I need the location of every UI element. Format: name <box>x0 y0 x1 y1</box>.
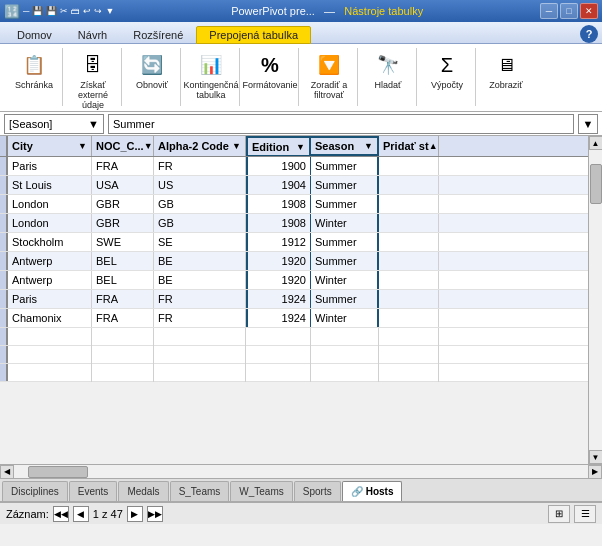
cell-edition-3: 1908 <box>246 214 311 232</box>
view-list-button[interactable]: ☰ <box>574 505 596 523</box>
table-row[interactable]: St Louis USA US 1904 Summer <box>0 176 588 195</box>
sheet-tab-disciplines[interactable]: Disciplines <box>2 481 68 501</box>
cell-alpha2-8: FR <box>154 309 246 327</box>
horizontal-scrollbar[interactable]: ◀ ▶ <box>0 464 602 478</box>
cell-city-3: London <box>8 214 92 232</box>
row-indicator-3 <box>0 214 8 232</box>
cell-alpha2-6: BE <box>154 271 246 289</box>
filter-pridat[interactable]: ▲ <box>429 141 438 151</box>
title-bar-left: 🔢 ─ 💾 💾 ✂ 🗃 ↩ ↪ ▼ <box>4 4 114 19</box>
table-row[interactable]: Chamonix FRA FR 1924 Winter <box>0 309 588 328</box>
cell-edition-7: 1924 <box>246 290 311 308</box>
filter-edition[interactable]: ▼ <box>296 142 305 152</box>
table-row[interactable]: London GBR GB 1908 Winter <box>0 214 588 233</box>
h-scroll-thumb[interactable] <box>28 466 88 478</box>
grid-header: City ▼ NOC_C... ▼ Alpha-2 Code ▼ Edition… <box>0 136 588 157</box>
row-indicator-header <box>0 136 8 156</box>
group-sort: 🔽 Zoradiť a filtrovať <box>301 48 358 106</box>
field-dropdown[interactable]: [Season] ▼ <box>4 114 104 134</box>
nav-first-button[interactable]: ◀◀ <box>53 506 69 522</box>
nav-last-button[interactable]: ▶▶ <box>147 506 163 522</box>
sum-icon: Σ <box>433 51 461 79</box>
scroll-down-button[interactable]: ▼ <box>589 450 603 464</box>
refresh-icon: 🔄 <box>138 51 166 79</box>
filter-alpha2[interactable]: ▼ <box>232 141 241 151</box>
row-indicator-8 <box>0 309 8 327</box>
table-row[interactable]: Antwerp BEL BE 1920 Summer <box>0 252 588 271</box>
sheet-tab-wteams[interactable]: W_Teams <box>230 481 292 501</box>
pivot-table-button[interactable]: 📊 Kontingenčná tabulka <box>187 48 235 104</box>
cell-pridat-4 <box>379 233 439 251</box>
row-indicator-1 <box>0 176 8 194</box>
calc-button[interactable]: Σ Výpočty <box>423 48 471 100</box>
close-button[interactable]: ✕ <box>580 3 598 19</box>
filter-city[interactable]: ▼ <box>78 141 87 151</box>
scroll-up-button[interactable]: ▲ <box>589 136 603 150</box>
empty-rows <box>0 328 588 382</box>
cell-season-5: Summer <box>311 252 379 270</box>
cell-city-7: Paris <box>8 290 92 308</box>
scroll-left-button[interactable]: ◀ <box>0 465 14 479</box>
format-button[interactable]: % Formátovanie <box>246 48 294 100</box>
view-button[interactable]: 🖥 Zobraziť <box>482 48 530 100</box>
maximize-button[interactable]: □ <box>560 3 578 19</box>
cell-pridat-1 <box>379 176 439 194</box>
vertical-scrollbar[interactable]: ▲ ▼ <box>588 136 602 464</box>
status-bar: Záznam: ◀◀ ◀ 1 z 47 ▶ ▶▶ ⊞ ☰ <box>0 502 602 524</box>
cell-city-1: St Louis <box>8 176 92 194</box>
nav-next-button[interactable]: ▶ <box>127 506 143 522</box>
schranky-button[interactable]: 📋 Schránka <box>10 48 58 100</box>
sort-filter-button[interactable]: 🔽 Zoradiť a filtrovať <box>305 48 353 104</box>
tab-domov[interactable]: Domov <box>4 26 65 43</box>
sheet-tab-medals[interactable]: Medals <box>118 481 168 501</box>
external-data-button[interactable]: 🗄 Získať externé údaje <box>69 48 117 114</box>
minimize-button[interactable]: ─ <box>540 3 558 19</box>
tab-prepojena[interactable]: Prepojená tabulka <box>196 26 311 44</box>
refresh-button[interactable]: 🔄 Obnoviť <box>128 48 176 100</box>
grid-main: City ▼ NOC_C... ▼ Alpha-2 Code ▼ Edition… <box>0 136 588 464</box>
empty-row <box>0 346 588 364</box>
tab-navrh[interactable]: Návrh <box>65 26 120 43</box>
table-row[interactable]: Paris FRA FR 1900 Summer <box>0 157 588 176</box>
sheet-tab-steams[interactable]: S_Teams <box>170 481 230 501</box>
help-button[interactable]: ? <box>580 25 598 43</box>
ribbon-toolbar: 📋 Schránka 🗄 Získať externé údaje 🔄 Obno… <box>0 44 602 112</box>
sheet-tab-sports[interactable]: Sports <box>294 481 341 501</box>
formula-expand-button[interactable]: ▼ <box>578 114 598 134</box>
row-indicator-0 <box>0 157 8 175</box>
cell-pridat-6 <box>379 271 439 289</box>
formula-input[interactable] <box>108 114 574 134</box>
cell-city-0: Paris <box>8 157 92 175</box>
header-edition: Edition ▼ <box>246 136 311 156</box>
filter-noc[interactable]: ▼ <box>144 141 153 151</box>
sheet-tab-events[interactable]: Events <box>69 481 118 501</box>
cell-noc-7: FRA <box>92 290 154 308</box>
cell-edition-4: 1912 <box>246 233 311 251</box>
nav-prev-button[interactable]: ◀ <box>73 506 89 522</box>
tab-rozsirene[interactable]: Rozšírené <box>120 26 196 43</box>
table-row[interactable]: London GBR GB 1908 Summer <box>0 195 588 214</box>
pivot-icon: 📊 <box>197 51 225 79</box>
cell-alpha2-5: BE <box>154 252 246 270</box>
clipboard-icon: 📋 <box>20 51 48 79</box>
filter-season[interactable]: ▼ <box>364 141 373 151</box>
header-city: City ▼ <box>8 136 92 156</box>
find-button[interactable]: 🔭 Hladať <box>364 48 412 100</box>
group-external: 🗄 Získať externé údaje <box>65 48 122 106</box>
header-pridat: Pridať st ▲ <box>379 136 439 156</box>
subtitle: Nástroje tabulky <box>344 5 423 17</box>
cell-edition-0: 1900 <box>246 157 311 175</box>
cell-season-4: Summer <box>311 233 379 251</box>
header-season: Season ▼ <box>311 136 379 156</box>
table-row[interactable]: Stockholm SWE SE 1912 Summer <box>0 233 588 252</box>
cell-pridat-0 <box>379 157 439 175</box>
cell-alpha2-4: SE <box>154 233 246 251</box>
group-format: % Formátovanie <box>242 48 299 106</box>
table-row[interactable]: Antwerp BEL BE 1920 Winter <box>0 271 588 290</box>
scroll-thumb[interactable] <box>590 164 602 204</box>
sheet-tab-hosts[interactable]: 🔗 Hosts <box>342 481 403 501</box>
table-row[interactable]: Paris FRA FR 1924 Summer <box>0 290 588 309</box>
scroll-right-button[interactable]: ▶ <box>588 465 602 479</box>
link-icon: 🔗 <box>351 486 363 497</box>
view-grid-button[interactable]: ⊞ <box>548 505 570 523</box>
